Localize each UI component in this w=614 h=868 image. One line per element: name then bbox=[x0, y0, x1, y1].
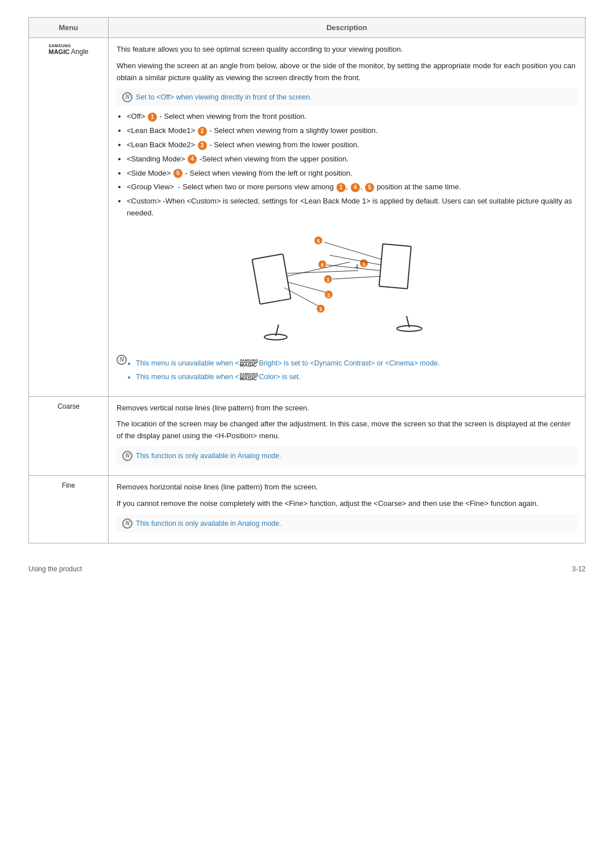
fine-note: N This function is only available in Ana… bbox=[117, 514, 577, 533]
svg-text:4: 4 bbox=[355, 264, 359, 270]
circle-g1: 1 bbox=[337, 183, 346, 192]
menu-cell-fine: Fine bbox=[29, 475, 109, 543]
bullet-list-magic-angle: <Off> 1 - Select when viewing from the f… bbox=[127, 111, 577, 219]
svg-rect-2 bbox=[252, 254, 291, 304]
coarse-label: Coarse bbox=[57, 402, 80, 410]
svg-line-3 bbox=[287, 271, 358, 273]
samsung-magic-bright-inline: SAMSUNGMAGIC bbox=[240, 359, 259, 368]
footer-bar: Using the product 3-12 bbox=[28, 560, 586, 573]
list-item: <Group View> - Select when two or more p… bbox=[127, 181, 577, 193]
warning-icon-row: N This menu is unavailable when <SAMSUNG… bbox=[117, 354, 577, 388]
angle-label: Angle bbox=[71, 48, 89, 56]
viewing-angle-diagram: 4 1 2 bbox=[227, 228, 466, 342]
warning-section: N This menu is unavailable when <SAMSUNG… bbox=[117, 354, 577, 388]
coarse-note: N This function is only available in Ana… bbox=[117, 447, 577, 465]
fine-desc-2: If you cannot remove the noise completel… bbox=[117, 498, 577, 510]
svg-line-5 bbox=[287, 262, 350, 276]
note-icon-direct: N bbox=[122, 92, 132, 102]
desc-cell-fine: Removes horizontal noise lines (line pat… bbox=[109, 475, 586, 543]
desc-cell-magic-angle: This feature allows you to see optimal s… bbox=[109, 38, 586, 397]
menu-cell-magic-angle: SAMSUNG MAGIC Angle bbox=[29, 38, 109, 397]
coarse-note-icon: N bbox=[122, 451, 132, 461]
list-item: <Off> 1 - Select when viewing from the f… bbox=[127, 111, 577, 123]
samsung-magic-angle-label: SAMSUNG MAGIC bbox=[49, 44, 71, 55]
samsung-brand-top: SAMSUNG bbox=[49, 44, 71, 48]
circle-4: 4 bbox=[188, 155, 197, 164]
list-item: <Standing Mode> 4 -Select when viewing f… bbox=[127, 153, 577, 165]
diagram-area: 4 1 2 bbox=[117, 228, 577, 346]
svg-rect-16 bbox=[379, 244, 411, 289]
circle-3: 3 bbox=[198, 141, 207, 150]
svg-line-21 bbox=[327, 265, 380, 271]
circle-5: 5 bbox=[173, 169, 182, 178]
svg-text:5: 5 bbox=[317, 238, 320, 244]
note-direct-text: Set to <Off> when viewing directly in fr… bbox=[136, 92, 312, 103]
note-direct: N Set to <Off> when viewing directly in … bbox=[117, 88, 577, 106]
list-item: <Lean Back Mode1> 2 - Select when viewin… bbox=[127, 125, 577, 137]
desc-cell-coarse: Removes vertical noise lines (line patte… bbox=[109, 396, 586, 475]
table-row-fine: Fine Removes horizontal noise lines (lin… bbox=[29, 475, 586, 543]
list-item: <Side Mode> 5 - Select when viewing from… bbox=[127, 168, 577, 180]
svg-line-11 bbox=[284, 288, 321, 308]
circle-g4: 4 bbox=[351, 183, 360, 192]
footer-left: Using the product bbox=[28, 565, 82, 573]
svg-line-8 bbox=[287, 282, 330, 293]
circle-g5: 5 bbox=[365, 183, 374, 192]
fine-label: Fine bbox=[62, 481, 75, 489]
list-item: <Lean Back Mode2> 3 - Select when viewin… bbox=[127, 139, 577, 151]
svg-text:6: 6 bbox=[321, 262, 323, 268]
footer-right: 3-12 bbox=[572, 565, 586, 573]
svg-text:3: 3 bbox=[319, 306, 322, 312]
magic-angle-intro: This feature allows you to see optimal s… bbox=[117, 44, 577, 56]
list-item: <Custom> -When <Custom> is selected, set… bbox=[127, 196, 577, 219]
svg-text:1: 1 bbox=[326, 277, 329, 283]
coarse-note-text: This function is only available in Analo… bbox=[136, 450, 281, 462]
circle-1: 1 bbox=[148, 113, 157, 122]
coarse-desc-2: The location of the screen may be change… bbox=[117, 418, 577, 442]
svg-line-17 bbox=[324, 242, 381, 259]
magic-angle-detail: When viewing the screen at an angle from… bbox=[117, 60, 577, 84]
warning-list: This menu is unavailable when <SAMSUNGMA… bbox=[136, 358, 439, 385]
magic-bottom-label: MAGIC bbox=[49, 48, 71, 55]
main-table: Menu Description SAMSUNG MAGIC Angle Thi… bbox=[28, 17, 586, 543]
fine-note-icon: N bbox=[122, 518, 132, 529]
coarse-desc-1: Removes vertical noise lines (line patte… bbox=[117, 402, 577, 414]
warning-item-2: This menu is unavailable when <SAMSUNGMA… bbox=[136, 371, 439, 383]
warning-icon: N bbox=[117, 355, 127, 365]
table-row-magic-angle: SAMSUNG MAGIC Angle This feature allows … bbox=[29, 38, 586, 397]
circle-2: 2 bbox=[198, 127, 207, 136]
warning-item-1: This menu is unavailable when <SAMSUNGMA… bbox=[136, 358, 439, 369]
page-wrapper: Menu Description SAMSUNG MAGIC Angle Thi… bbox=[28, 17, 586, 573]
samsung-magic-color-inline: SAMSUNGMAGIC bbox=[240, 372, 259, 381]
table-row-coarse: Coarse Removes vertical noise lines (lin… bbox=[29, 396, 586, 475]
col-desc-header: Description bbox=[109, 18, 586, 38]
fine-desc-1: Removes horizontal noise lines (line pat… bbox=[117, 481, 577, 493]
svg-text:2: 2 bbox=[327, 292, 330, 298]
svg-line-24 bbox=[333, 276, 381, 279]
menu-cell-coarse: Coarse bbox=[29, 396, 109, 475]
fine-note-text: This function is only available in Analo… bbox=[136, 518, 281, 529]
col-menu-header: Menu bbox=[29, 18, 109, 38]
